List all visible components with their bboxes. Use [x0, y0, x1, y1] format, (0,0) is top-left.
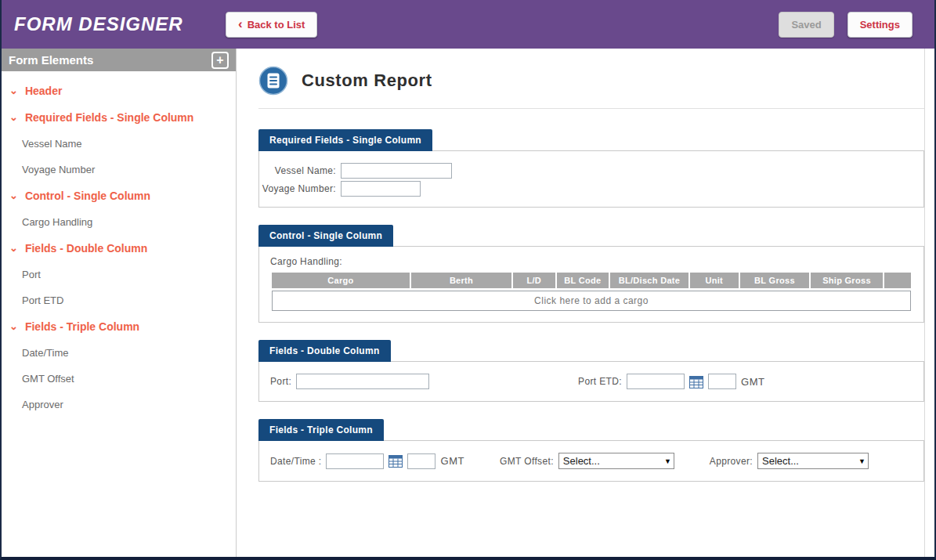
sidebar-header: Form Elements +	[2, 49, 236, 71]
sidebar-group-label: Required Fields - Single Column	[25, 111, 193, 124]
sidebar-title: Form Elements	[9, 53, 93, 67]
port-etd-field: Port ETD: GMT	[578, 374, 765, 389]
col-unit: Unit	[690, 273, 739, 288]
approver-select[interactable]: Select... ▼	[757, 453, 869, 469]
sidebar-nav: ⌄ Header ⌄ Required Fields - Single Colu…	[2, 71, 236, 424]
form-elements-sidebar: Form Elements + ⌄ Header ⌄ Required Fiel…	[2, 49, 237, 557]
gmt-offset-select[interactable]: Select... ▼	[558, 453, 674, 469]
back-chevron-icon: ‹	[238, 20, 243, 28]
sidebar-item-required-fields[interactable]: ⌄ Required Fields - Single Column	[2, 104, 236, 131]
sidebar-group-label: Fields - Double Column	[25, 242, 147, 255]
chevron-down-icon: ⌄	[9, 244, 18, 252]
section-triple-column: Fields - Triple Column Date/Time :	[258, 419, 924, 482]
back-to-list-label: Back to List	[248, 19, 305, 31]
gmt-offset-label: GMT Offset:	[500, 456, 554, 467]
col-ship-gross: Ship Gross	[811, 273, 882, 288]
approver-selected-value: Select...	[762, 455, 799, 467]
port-etd-label: Port ETD:	[578, 376, 622, 387]
double-column-box: Port: Port ETD:	[258, 361, 924, 402]
approver-field: Approver: Select... ▼	[710, 453, 869, 469]
sidebar-item-port-etd[interactable]: Port ETD	[2, 287, 236, 313]
voyage-number-row: Voyage Number:	[259, 181, 923, 197]
port-etd-time-input[interactable]	[708, 374, 736, 389]
tab-double-column[interactable]: Fields - Double Column	[258, 340, 391, 362]
gmt-offset-selected-value: Select...	[563, 455, 600, 467]
col-actions	[884, 273, 911, 288]
dropdown-arrow-icon: ▼	[858, 457, 866, 465]
tab-triple-column[interactable]: Fields - Triple Column	[258, 419, 384, 441]
date-time-label: Date/Time :	[270, 456, 321, 467]
control-box: Cargo Handling: Cargo Berth L/D BL Code …	[258, 246, 924, 323]
cargo-handling-label: Cargo Handling:	[270, 256, 913, 267]
approver-label: Approver:	[710, 456, 753, 467]
sidebar-item-cargo-handling[interactable]: Cargo Handling	[2, 209, 236, 235]
top-bar: FORM DESIGNER ‹ Back to List Saved Setti…	[2, 0, 934, 49]
date-time-time-input[interactable]	[407, 453, 435, 469]
col-bl-code: BL Code	[557, 273, 609, 288]
port-etd-date-input[interactable]	[627, 374, 685, 389]
sidebar-item-voyage-number[interactable]: Voyage Number	[2, 157, 236, 182]
col-bl-gross: BL Gross	[740, 273, 810, 288]
vessel-name-row: Vessel Name:	[259, 163, 923, 179]
col-ld: L/D	[513, 273, 555, 288]
saved-button[interactable]: Saved	[779, 12, 833, 38]
voyage-number-label: Voyage Number:	[259, 183, 336, 194]
tab-control[interactable]: Control - Single Column	[258, 225, 393, 247]
report-header: Custom Report	[258, 66, 924, 109]
port-label: Port:	[270, 376, 291, 387]
topbar-actions: Saved Settings	[779, 12, 934, 38]
date-time-field: Date/Time : GMT	[270, 453, 464, 469]
sidebar-item-control-single[interactable]: ⌄ Control - Single Column	[2, 182, 236, 209]
sidebar-group-label: Control - Single Column	[25, 190, 150, 202]
cargo-table: Cargo Berth L/D BL Code BL/Disch Date Un…	[270, 273, 913, 288]
col-cargo: Cargo	[272, 273, 410, 288]
add-cargo-row[interactable]: Click here to add a cargo	[272, 291, 911, 311]
required-fields-box: Vessel Name: Voyage Number:	[258, 150, 924, 208]
chevron-down-icon: ⌄	[9, 192, 18, 200]
body-area: Form Elements + ⌄ Header ⌄ Required Fiel…	[2, 49, 934, 557]
section-required-fields: Required Fields - Single Column Vessel N…	[258, 129, 924, 208]
sidebar-item-approver[interactable]: Approver	[2, 392, 236, 417]
vessel-name-label: Vessel Name:	[259, 165, 336, 176]
gmt-label: GMT	[741, 376, 765, 388]
form-designer-window: FORM DESIGNER ‹ Back to List Saved Setti…	[0, 0, 936, 560]
page-title: Custom Report	[302, 70, 432, 91]
form-canvas: Custom Report Required Fields - Single C…	[237, 49, 925, 557]
section-double-column: Fields - Double Column Port: Port ETD:	[258, 340, 924, 402]
dropdown-arrow-icon: ▼	[664, 457, 671, 465]
settings-button[interactable]: Settings	[847, 12, 913, 38]
triple-column-box: Date/Time : GMT	[258, 440, 924, 482]
chevron-down-icon: ⌄	[9, 323, 18, 331]
section-control: Control - Single Column Cargo Handling: …	[258, 225, 924, 323]
sidebar-item-date-time[interactable]: Date/Time	[2, 340, 236, 366]
app-title: FORM DESIGNER	[2, 13, 226, 35]
calendar-icon[interactable]	[689, 375, 703, 388]
add-element-button[interactable]: +	[211, 52, 229, 69]
sidebar-item-gmt-offset[interactable]: GMT Offset	[2, 366, 236, 392]
cargo-table-header-row: Cargo Berth L/D BL Code BL/Disch Date Un…	[272, 273, 911, 288]
col-berth: Berth	[411, 273, 511, 288]
calendar-icon[interactable]	[388, 454, 403, 468]
gmt-offset-field: GMT Offset: Select... ▼	[500, 453, 674, 469]
document-icon	[258, 66, 288, 96]
sidebar-item-vessel-name[interactable]: Vessel Name	[2, 131, 236, 157]
gmt-label: GMT	[440, 455, 464, 467]
port-field: Port:	[270, 374, 429, 389]
sidebar-item-header[interactable]: ⌄ Header	[2, 78, 236, 104]
port-input[interactable]	[296, 374, 429, 389]
sidebar-item-fields-double[interactable]: ⌄ Fields - Double Column	[2, 235, 236, 262]
tab-required-fields[interactable]: Required Fields - Single Column	[258, 129, 432, 151]
col-bl-disch-date: BL/Disch Date	[610, 273, 688, 288]
chevron-down-icon: ⌄	[9, 87, 18, 95]
chevron-down-icon: ⌄	[9, 114, 18, 121]
date-time-date-input[interactable]	[326, 453, 384, 469]
sidebar-item-fields-triple[interactable]: ⌄ Fields - Triple Column	[2, 313, 236, 340]
sidebar-group-label: Fields - Triple Column	[25, 320, 139, 333]
sidebar-group-label: Header	[25, 85, 62, 97]
voyage-number-input[interactable]	[341, 181, 421, 197]
back-to-list-button[interactable]: ‹ Back to List	[226, 12, 317, 38]
vessel-name-input[interactable]	[341, 163, 452, 179]
sidebar-item-port[interactable]: Port	[2, 262, 236, 287]
